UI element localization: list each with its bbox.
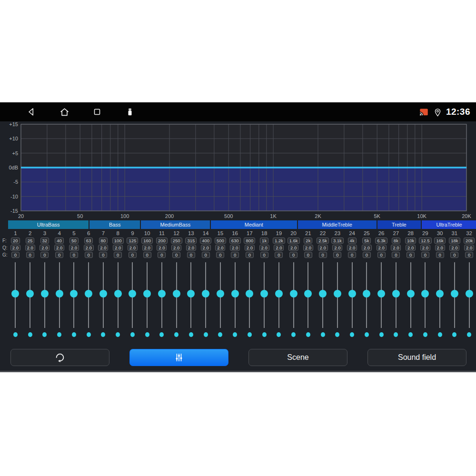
slider-knob[interactable] xyxy=(187,290,195,298)
slider-knob[interactable] xyxy=(41,290,49,298)
frequency-value-box[interactable]: 315 xyxy=(185,238,197,244)
gain-value-box[interactable]: 0 xyxy=(85,252,93,258)
slider-knob[interactable] xyxy=(275,290,283,298)
q-value-box[interactable]: 2.0 xyxy=(362,245,372,251)
slider-knob[interactable] xyxy=(436,290,444,298)
slider-knob[interactable] xyxy=(246,290,253,298)
frequency-value-box[interactable]: 25 xyxy=(26,238,35,244)
gain-value-box[interactable]: 0 xyxy=(436,252,444,258)
q-value-box[interactable]: 2.0 xyxy=(464,245,474,251)
frequency-value-box[interactable]: 6.3k xyxy=(375,238,387,244)
gain-value-box[interactable]: 0 xyxy=(246,252,254,258)
frequency-value-box[interactable]: 400 xyxy=(200,238,211,244)
gain-value-box[interactable]: 0 xyxy=(26,252,34,258)
frequency-value-box[interactable]: 32 xyxy=(40,238,50,244)
q-value-box[interactable]: 2.0 xyxy=(230,245,240,251)
gain-value-box[interactable]: 0 xyxy=(421,252,429,258)
gain-value-box[interactable]: 0 xyxy=(319,252,327,258)
gain-value-box[interactable]: 0 xyxy=(260,252,268,258)
frequency-value-box[interactable]: 800 xyxy=(244,238,255,244)
frequency-value-box[interactable]: 20 xyxy=(11,238,20,244)
q-value-box[interactable]: 2.0 xyxy=(449,245,459,251)
q-value-box[interactable]: 2.0 xyxy=(245,245,255,251)
gain-value-box[interactable]: 0 xyxy=(40,252,49,258)
slider-knob[interactable] xyxy=(158,290,166,298)
q-value-box[interactable]: 2.0 xyxy=(303,245,313,251)
q-value-box[interactable]: 2.0 xyxy=(347,245,357,251)
slider-knob[interactable] xyxy=(319,290,327,298)
usb-button[interactable] xyxy=(124,106,136,118)
gain-value-box[interactable]: 0 xyxy=(392,252,400,258)
q-value-box[interactable]: 2.0 xyxy=(420,245,430,251)
gain-value-box[interactable]: 0 xyxy=(216,252,224,258)
slider-knob[interactable] xyxy=(85,290,92,298)
q-value-box[interactable]: 2.0 xyxy=(128,245,138,251)
gain-value-box[interactable]: 0 xyxy=(304,252,312,258)
frequency-value-box[interactable]: 2.5k xyxy=(317,238,329,244)
slider-knob[interactable] xyxy=(202,290,209,298)
q-value-box[interactable]: 2.0 xyxy=(25,245,35,251)
gain-value-box[interactable]: 0 xyxy=(333,252,341,258)
q-value-box[interactable]: 2.0 xyxy=(435,245,445,251)
q-value-box[interactable]: 2.0 xyxy=(113,245,123,251)
reset-button[interactable] xyxy=(10,349,109,366)
frequency-value-box[interactable]: 630 xyxy=(229,238,241,244)
q-value-box[interactable]: 2.0 xyxy=(157,245,167,251)
slider-knob[interactable] xyxy=(451,290,458,298)
frequency-value-box[interactable]: 250 xyxy=(171,238,182,244)
gain-value-box[interactable]: 0 xyxy=(450,252,458,258)
equalizer-button[interactable] xyxy=(129,349,228,366)
slider-knob[interactable] xyxy=(231,290,239,298)
gain-value-box[interactable]: 0 xyxy=(158,252,166,258)
q-value-box[interactable]: 2.0 xyxy=(377,245,387,251)
frequency-value-box[interactable]: 80 xyxy=(99,238,108,244)
q-value-box[interactable]: 2.0 xyxy=(10,245,20,251)
frequency-value-box[interactable]: 1.6k xyxy=(288,238,300,244)
gain-value-box[interactable]: 0 xyxy=(70,252,78,258)
gain-value-box[interactable]: 0 xyxy=(143,252,151,258)
slider-knob[interactable] xyxy=(129,290,136,298)
gain-value-box[interactable]: 0 xyxy=(289,252,298,258)
q-value-box[interactable]: 2.0 xyxy=(406,245,416,251)
back-button[interactable] xyxy=(26,106,37,118)
frequency-value-box[interactable]: 4k xyxy=(348,238,357,244)
frequency-value-box[interactable]: 10k xyxy=(405,238,416,244)
slider-knob[interactable] xyxy=(143,290,151,298)
q-value-box[interactable]: 2.0 xyxy=(142,245,152,251)
sound-field-button[interactable]: Sound field xyxy=(367,349,466,366)
gain-value-box[interactable]: 0 xyxy=(465,252,473,258)
slider-knob[interactable] xyxy=(99,290,107,298)
frequency-value-box[interactable]: 160 xyxy=(141,238,153,244)
frequency-value-box[interactable]: 63 xyxy=(84,238,93,244)
slider-knob[interactable] xyxy=(304,290,312,298)
slider-knob[interactable] xyxy=(290,290,298,298)
frequency-value-box[interactable]: 20k xyxy=(464,238,475,244)
frequency-value-box[interactable]: 40 xyxy=(55,238,64,244)
slider-knob[interactable] xyxy=(173,290,180,298)
q-value-box[interactable]: 2.0 xyxy=(391,245,401,251)
slider-knob[interactable] xyxy=(217,290,224,298)
scene-button[interactable]: Scene xyxy=(248,349,347,366)
gain-value-box[interactable]: 0 xyxy=(348,252,356,258)
gain-value-box[interactable]: 0 xyxy=(202,252,210,258)
q-value-box[interactable]: 2.0 xyxy=(274,245,284,251)
slider-knob[interactable] xyxy=(11,290,19,298)
frequency-value-box[interactable]: 8k xyxy=(392,238,400,244)
slider-knob[interactable] xyxy=(377,290,385,298)
frequency-value-box[interactable]: 1k xyxy=(260,238,268,244)
frequency-value-box[interactable]: 200 xyxy=(156,238,168,244)
q-value-box[interactable]: 2.0 xyxy=(332,245,342,251)
slider-knob[interactable] xyxy=(348,290,356,298)
slider-knob[interactable] xyxy=(363,290,370,298)
q-value-box[interactable]: 2.0 xyxy=(259,245,269,251)
gain-value-box[interactable]: 0 xyxy=(187,252,195,258)
home-button[interactable] xyxy=(59,106,70,118)
gain-value-box[interactable]: 0 xyxy=(99,252,107,258)
slider-knob[interactable] xyxy=(70,290,78,298)
slider-knob[interactable] xyxy=(466,290,473,298)
frequency-value-box[interactable]: 2k xyxy=(304,238,312,244)
slider-knob[interactable] xyxy=(56,290,63,298)
q-value-box[interactable]: 2.0 xyxy=(171,245,181,251)
slider-knob[interactable] xyxy=(334,290,341,298)
slider-knob[interactable] xyxy=(114,290,122,298)
